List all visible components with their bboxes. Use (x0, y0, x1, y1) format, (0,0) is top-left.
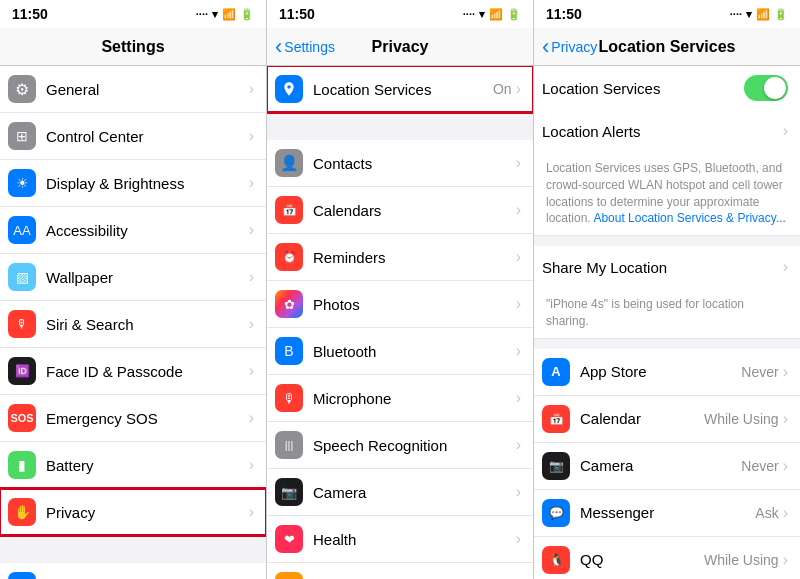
privacy-item-microphone[interactable]: 🎙 Microphone › (267, 375, 533, 422)
settings-item-privacy[interactable]: ✋ Privacy › (0, 489, 266, 535)
chevron-icon: › (783, 363, 788, 381)
back-label: Settings (284, 39, 335, 55)
time-1: 11:50 (12, 6, 48, 22)
chevron-icon: › (783, 457, 788, 475)
location-toggle-label: Location Services (542, 80, 744, 97)
settings-item-battery[interactable]: ▮ Battery › (0, 442, 266, 489)
privacy-title: Privacy (372, 38, 429, 56)
location-info-link[interactable]: About Location Services & Privacy... (593, 211, 786, 225)
chevron-icon: › (516, 201, 521, 219)
app-row-appstore[interactable]: A App Store Never › (534, 349, 800, 396)
location-alerts-row[interactable]: Location Alerts › (534, 110, 800, 152)
settings-section-2: A iTunes & App Store › 👛 Wallet & Apple … (0, 563, 266, 579)
homekit-icon: 🏠 (275, 572, 303, 579)
chevron-icon: › (249, 315, 254, 333)
chevron-icon: › (249, 80, 254, 98)
privacy-item-photos[interactable]: ✿ Photos › (267, 281, 533, 328)
chevron-icon: › (783, 258, 788, 276)
privacy-item-reminders[interactable]: ⏰ Reminders › (267, 234, 533, 281)
location-services-nav: Privacy Location Services (534, 28, 800, 66)
camera-icon: 📷 (275, 478, 303, 506)
location-toggle-row[interactable]: Location Services (534, 66, 800, 110)
control-center-icon: ⊞ (8, 122, 36, 150)
messenger-icon: 💬 (542, 499, 570, 527)
location-services-back-button[interactable]: Privacy (542, 36, 597, 58)
location-services-panel: 11:50 ···· ▾ 📶 🔋 Privacy Location Servic… (534, 0, 800, 579)
chevron-icon: › (783, 504, 788, 522)
chevron-icon: › (783, 410, 788, 428)
status-icons-2: ···· ▾ 📶 🔋 (463, 8, 521, 21)
settings-item-display[interactable]: ☀ Display & Brightness › (0, 160, 266, 207)
app-row-qq[interactable]: 🐧 QQ While Using › (534, 537, 800, 579)
qq-icon: 🐧 (542, 546, 570, 574)
time-3: 11:50 (546, 6, 582, 22)
settings-item-control-center[interactable]: ⊞ Control Center › (0, 113, 266, 160)
location-services-section: Location Services On › (267, 66, 533, 112)
contacts-icon: 👤 (275, 149, 303, 177)
chevron-icon: › (249, 503, 254, 521)
chevron-icon: › (516, 389, 521, 407)
emergency-icon: SOS (8, 404, 36, 432)
settings-item-faceid[interactable]: 🆔 Face ID & Passcode › (0, 348, 266, 395)
chevron-icon: › (249, 221, 254, 239)
status-bar-2: 11:50 ···· ▾ 📶 🔋 (267, 0, 533, 28)
location-services-title: Location Services (599, 38, 736, 56)
location-services-label: Location Services (313, 81, 493, 98)
battery-icon: ▮ (8, 451, 36, 479)
chevron-icon: › (783, 551, 788, 569)
microphone-icon: 🎙 (275, 384, 303, 412)
chevron-icon: › (516, 530, 521, 548)
privacy-item-contacts[interactable]: 👤 Contacts › (267, 140, 533, 187)
settings-item-appstore[interactable]: A iTunes & App Store › (0, 563, 266, 579)
privacy-item-speech[interactable]: ||| Speech Recognition › (267, 422, 533, 469)
privacy-back-button[interactable]: Settings (275, 36, 335, 58)
chevron-icon: › (249, 362, 254, 380)
general-icon: ⚙ (8, 75, 36, 103)
settings-item-emergency[interactable]: SOS Emergency SOS › (0, 395, 266, 442)
status-bar-1: 11:50 ···· ▾ 📶 🔋 (0, 0, 266, 28)
share-location-label: Share My Location (542, 259, 783, 276)
privacy-item-bluetooth[interactable]: B Bluetooth › (267, 328, 533, 375)
privacy-item-health[interactable]: ❤ Health › (267, 516, 533, 563)
app-row-messenger[interactable]: 💬 Messenger Ask › (534, 490, 800, 537)
calendar-icon: 📅 (542, 405, 570, 433)
location-services-content: Location Services Location Alerts › Loca… (534, 66, 800, 579)
privacy-list: Location Services On › 👤 Contacts › 📅 Ca… (267, 66, 533, 579)
status-bar-3: 11:50 ···· ▾ 📶 🔋 (534, 0, 800, 28)
settings-item-general[interactable]: ⚙ General › (0, 66, 266, 113)
chevron-icon: › (516, 248, 521, 266)
settings-item-siri[interactable]: 🎙 Siri & Search › (0, 301, 266, 348)
location-toggle[interactable] (744, 75, 788, 101)
apps-section: A App Store Never › 📅 Calendar While Usi… (534, 349, 800, 579)
app-row-calendar[interactable]: 📅 Calendar While Using › (534, 396, 800, 443)
accessibility-icon: AA (8, 216, 36, 244)
chevron-icon: › (249, 268, 254, 286)
location-services-icon (275, 75, 303, 103)
settings-list: ⚙ General › ⊞ Control Center › ☀ Display… (0, 66, 266, 579)
privacy-icon: ✋ (8, 498, 36, 526)
speech-icon: ||| (275, 431, 303, 459)
settings-section-1: ⚙ General › ⊞ Control Center › ☀ Display… (0, 66, 266, 535)
location-services-row[interactable]: Location Services On › (267, 66, 533, 112)
display-icon: ☀ (8, 169, 36, 197)
chevron-icon: › (516, 80, 521, 98)
location-toggle-section: Location Services (534, 66, 800, 110)
app-row-camera[interactable]: 📷 Camera Never › (534, 443, 800, 490)
share-location-row[interactable]: Share My Location › (534, 246, 800, 288)
reminders-icon: ⏰ (275, 243, 303, 271)
siri-icon: 🎙 (8, 310, 36, 338)
privacy-item-homekit[interactable]: 🏠 HomeKit › (267, 563, 533, 579)
privacy-item-camera[interactable]: 📷 Camera › (267, 469, 533, 516)
appstore-icon: A (8, 572, 36, 579)
share-location-section: Share My Location › (534, 246, 800, 288)
faceid-icon: 🆔 (8, 357, 36, 385)
settings-item-accessibility[interactable]: AA Accessibility › (0, 207, 266, 254)
location-services-value: On (493, 81, 512, 97)
back-label: Privacy (551, 39, 597, 55)
chevron-icon: › (516, 295, 521, 313)
privacy-item-calendars[interactable]: 📅 Calendars › (267, 187, 533, 234)
settings-panel: 11:50 ···· ▾ 📶 🔋 Settings ⚙ General › ⊞ (0, 0, 267, 579)
settings-title: Settings (101, 38, 164, 56)
settings-item-wallpaper[interactable]: ▨ Wallpaper › (0, 254, 266, 301)
appstore-icon: A (542, 358, 570, 386)
